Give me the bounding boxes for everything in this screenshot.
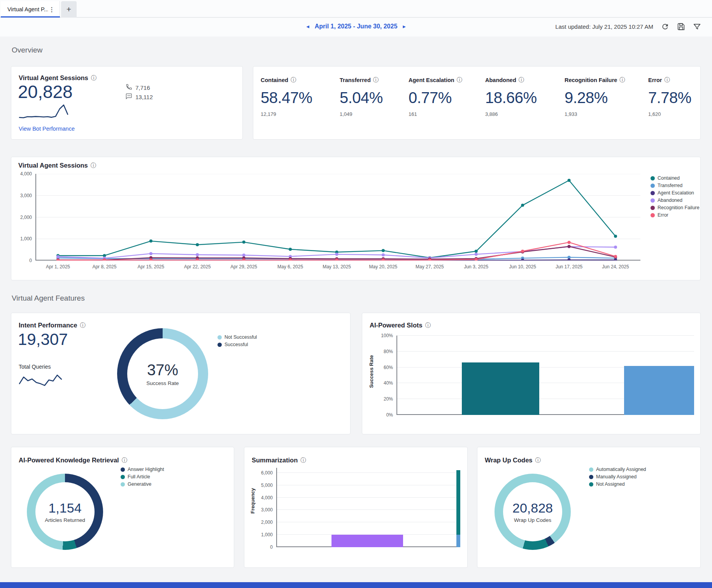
info-icon[interactable]: ⓘ [373,77,379,84]
metric-label: Abandoned [485,77,516,83]
metric-abandoned: Abandonedⓘ 18.66% 3,886 [485,77,559,117]
info-icon[interactable]: ⓘ [425,322,431,329]
refresh-icon[interactable] [661,23,669,31]
legend-label: Answer Highlight [128,467,164,472]
legend-item[interactable]: Generative [121,481,164,487]
x-axis-tick: May 20, 2025 [369,264,398,270]
bar-segment [456,470,460,535]
intent-success-rate-value: 37% [147,361,178,379]
info-icon[interactable]: ⓘ [457,77,462,84]
info-icon[interactable]: ⓘ [619,77,625,84]
info-icon[interactable]: ⓘ [291,77,296,84]
x-axis-tick: Jun 17, 2025 [556,264,582,270]
sessions-sparkline [19,103,68,121]
y-axis-tick: 0% [386,412,393,418]
tab-menu-icon[interactable]: ⋮ [48,6,56,13]
legend-label: Agent Escalation [658,190,694,196]
view-bot-performance-link[interactable]: View Bot Performance [19,126,75,132]
legend-dot [121,467,125,472]
bar [456,468,460,547]
info-icon[interactable]: ⓘ [122,457,127,464]
legend-dot [651,184,655,188]
legend-item[interactable]: Agent Escalation [651,190,700,196]
filter-icon[interactable] [693,23,701,31]
tab-virtual-agent-performance[interactable]: Virtual Agent P... ⋮ [1,1,60,18]
metric-contained: Containedⓘ 58.47% 12,179 [261,77,335,117]
chat-sessions-count: 13,112 [135,94,153,100]
intent-success-rate-label: Success Rate [146,380,179,386]
legend-item[interactable]: Successful [217,342,257,347]
legend-dot [651,213,655,217]
legend-item[interactable]: Automatically Assigned [589,467,646,472]
metric-transferred: Transferredⓘ 5.04% 1,049 [340,77,414,117]
sessions-total-value: 20,828 [18,81,73,102]
knowledge-donut-center: 1,154 Articles Returned [35,482,95,541]
legend-dot [589,482,593,486]
y-axis-tick: 5,000 [261,483,273,488]
sessions-trend-title-text: Virtual Agent Sessions [18,162,88,169]
legend-item[interactable]: Answer Highlight [121,467,164,472]
slots-title-text: AI-Powered Slots [370,322,423,329]
tab-strip: Virtual Agent P... ⋮ + [0,0,712,18]
metric-count: 1,049 [340,111,414,117]
legend-item[interactable]: Not Successful [217,334,257,340]
bar-segment [624,366,694,415]
y-axis-tick: 4,000 [20,171,32,177]
metric-label: Recognition Failure [565,77,617,83]
legend-item[interactable]: Full Article [121,474,164,480]
info-icon[interactable]: ⓘ [80,322,85,329]
info-icon[interactable]: ⓘ [91,75,96,82]
slots-y-axis-label: Success Rate [368,355,374,388]
legend-label: Full Article [128,474,150,480]
info-icon[interactable]: ⓘ [300,457,306,464]
y-axis-tick: 100% [381,333,393,338]
legend-label: Not Successful [224,334,257,340]
date-range[interactable]: April 1, 2025 - June 30, 2025 [315,23,398,30]
metric-label: Transferred [340,77,371,83]
info-icon[interactable]: ⓘ [664,77,670,84]
legend-item[interactable]: Abandoned [651,198,700,203]
y-axis-tick: 1,000 [261,532,273,537]
knowledge-title-text: AI-Powered Knowledge Retrieval [19,457,119,464]
features-section-title: Virtual Agent Features [12,294,85,303]
y-axis-tick: 0 [270,544,273,550]
legend-dot [589,467,593,472]
legend-item[interactable]: Not Assigned [589,481,646,487]
next-period-icon[interactable]: ▸ [403,23,406,30]
info-icon[interactable]: ⓘ [519,77,524,84]
wrapup-title: Wrap Up Codes ⓘ [485,457,541,464]
legend-item[interactable]: Transferred [651,183,700,188]
legend-dot [121,475,125,479]
voice-sessions-count: 7,716 [135,84,150,91]
bar-segment [456,535,460,547]
legend-dot [589,475,593,479]
knowledge-donut: 1,154 Articles Returned [27,474,103,550]
metric-label: Contained [261,77,288,83]
y-axis-tick: 6,000 [261,470,273,476]
legend-dot [651,206,655,210]
legend-item[interactable]: Contained [651,175,700,181]
knowledge-title: AI-Powered Knowledge Retrieval ⓘ [19,457,127,464]
slots-plot: 0%20%40%60%80%100% [396,336,694,415]
metric-error: Errorⓘ 7.78% 1,620 [648,77,712,117]
legend-item[interactable]: Recognition Failure [651,205,700,210]
metric-label: Agent Escalation [409,77,454,83]
wrapup-legend: Automatically AssignedManually AssignedN… [589,467,646,487]
legend-item[interactable]: Error [651,212,700,218]
metric-count: 1,933 [565,111,638,117]
x-axis-tick: Apr 29, 2025 [230,264,257,270]
metric-value: 58.47% [261,89,335,107]
bar [462,336,539,415]
outcome-metrics-card: Containedⓘ 58.47% 12,179 Transferredⓘ 5.… [253,66,701,140]
info-icon[interactable]: ⓘ [535,457,541,464]
metric-label: Error [648,77,662,83]
add-tab-button[interactable]: + [61,1,77,18]
legend-item[interactable]: Manually Assigned [589,474,646,480]
save-icon[interactable] [677,23,685,31]
info-icon[interactable]: ⓘ [91,162,96,169]
intent-total-label: Total Queries [19,364,51,370]
legend-dot [651,176,655,180]
intent-total-value: 19,307 [18,330,68,349]
prev-period-icon[interactable]: ◂ [306,23,309,30]
x-axis-tick: May 27, 2025 [416,264,444,270]
